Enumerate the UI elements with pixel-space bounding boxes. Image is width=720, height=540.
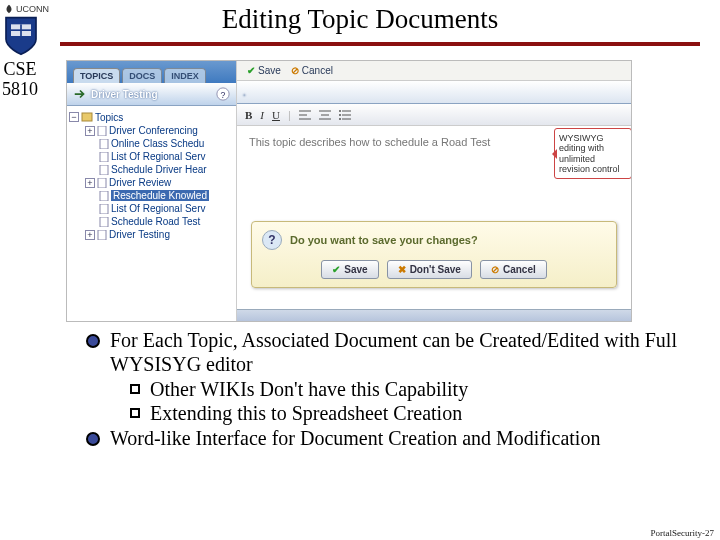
cancel-icon: ⊘ (291, 65, 299, 76)
tree-item[interactable]: +Driver Testing (69, 228, 234, 241)
editor-pane: ✔Save ⊘Cancel . B I U | This topic descr… (237, 61, 631, 321)
svg-rect-10 (98, 178, 106, 188)
tree-item[interactable]: +Driver Review (69, 176, 234, 189)
app-screenshot: TOPICS DOCS INDEX Driver Testing ? −Topi… (66, 60, 632, 322)
editor-body[interactable]: This topic describes how to schedule a R… (237, 126, 631, 321)
bullet-2-text: Word-like Interface for Document Creatio… (110, 426, 600, 450)
tree-root[interactable]: −Topics (69, 110, 234, 124)
bullet-mark-icon (86, 432, 100, 446)
bullet-1b-text: Extending this to Spreadsheet Creation (150, 401, 462, 425)
list-icon[interactable] (339, 109, 351, 121)
page-icon (99, 191, 109, 201)
page-icon (97, 230, 107, 240)
svg-rect-13 (100, 217, 108, 227)
svg-rect-14 (98, 230, 106, 240)
tree-item[interactable]: Schedule Driver Hear (69, 163, 234, 176)
bullet-1a: Other WIKIs Don't have this Capability (130, 377, 700, 401)
page-title: Editing Topic Documents (0, 4, 720, 35)
course-line2: 5810 (2, 80, 38, 100)
page-icon (99, 152, 109, 162)
expand-icon[interactable]: + (85, 178, 95, 188)
svg-text:?: ? (221, 90, 226, 100)
slide-footer: PortalSecurity-27 (651, 528, 715, 538)
divider: | (288, 109, 291, 121)
bullet-1: For Each Topic, Associated Document can … (86, 328, 700, 377)
tree-item[interactable]: Schedule Road Test (69, 215, 234, 228)
align-left-icon[interactable] (299, 109, 311, 121)
course-line1: CSE (2, 60, 38, 80)
bullet-2: Word-like Interface for Document Creatio… (86, 426, 700, 450)
svg-rect-7 (100, 139, 108, 149)
page-icon (97, 126, 107, 136)
bold-button[interactable]: B (245, 109, 252, 121)
book-icon (81, 111, 93, 123)
dialog-dont-save-button[interactable]: ✖Don't Save (387, 260, 472, 279)
help-icon[interactable]: ? (216, 87, 230, 101)
title-rule (60, 42, 700, 46)
tree-item-selected[interactable]: Reschedule Knowled (69, 189, 234, 202)
page-icon (99, 139, 109, 149)
svg-rect-6 (98, 126, 106, 136)
svg-point-16 (339, 114, 341, 116)
svg-point-15 (339, 110, 341, 112)
tree-item[interactable]: Online Class Schedu (69, 137, 234, 150)
tab-topics[interactable]: TOPICS (73, 68, 120, 83)
dialog-cancel-button[interactable]: ⊘Cancel (480, 260, 547, 279)
check-icon: ✔ (332, 264, 340, 275)
save-dialog-backdrop: ? Do you want to save your changes? ✔Sav… (237, 215, 631, 307)
tree-item[interactable]: List Of Regional Serv (69, 202, 234, 215)
save-dialog: ? Do you want to save your changes? ✔Sav… (251, 221, 617, 288)
subbullet-mark-icon (130, 384, 140, 394)
slide: UCONN Editing Topic Documents CSE 5810 T… (0, 0, 720, 540)
italic-button[interactable]: I (260, 109, 264, 121)
doc-text: This topic describes how to schedule a R… (249, 136, 490, 148)
underline-button[interactable]: U (272, 109, 280, 121)
save-button[interactable]: ✔Save (247, 65, 281, 76)
dialog-message: Do you want to save your changes? (290, 234, 478, 246)
page-icon (99, 165, 109, 175)
svg-rect-11 (100, 191, 108, 201)
cancel-icon: ⊘ (491, 264, 499, 275)
bullet-1-text: For Each Topic, Associated Document can … (110, 328, 700, 377)
check-icon: ✔ (247, 65, 255, 76)
tree-root-label: Topics (95, 112, 123, 123)
tree-item[interactable]: List Of Regional Serv (69, 150, 234, 163)
slide-content: For Each Topic, Associated Document can … (86, 328, 700, 450)
bullet-1b: Extending this to Spreadsheet Creation (130, 401, 700, 425)
tab-bar: TOPICS DOCS INDEX (67, 61, 236, 83)
page-icon (97, 178, 107, 188)
callout-note: WYSIWYG editing with unlimited revision … (554, 128, 632, 179)
tab-docs[interactable]: DOCS (122, 68, 162, 83)
expand-icon[interactable]: + (85, 230, 95, 240)
svg-rect-9 (100, 165, 108, 175)
tree-title: Driver Testing (91, 89, 212, 100)
svg-rect-8 (100, 152, 108, 162)
svg-rect-12 (100, 204, 108, 214)
x-icon: ✖ (398, 264, 406, 275)
bullet-1a-text: Other WIKIs Don't have this Capability (150, 377, 468, 401)
align-center-icon[interactable] (319, 109, 331, 121)
sidebar: TOPICS DOCS INDEX Driver Testing ? −Topi… (67, 61, 237, 321)
tab-index[interactable]: INDEX (164, 68, 206, 83)
tree-item[interactable]: +Driver Conferencing (69, 124, 234, 137)
topic-tree: −Topics +Driver Conferencing Online Clas… (67, 106, 236, 321)
page-icon (99, 217, 109, 227)
editor-toolbar: ✔Save ⊘Cancel (237, 61, 631, 81)
svg-rect-5 (82, 113, 92, 121)
course-code: CSE 5810 (2, 60, 38, 100)
editor-header: . (237, 81, 631, 104)
cancel-button[interactable]: ⊘Cancel (291, 65, 333, 76)
svg-point-17 (339, 118, 341, 120)
arrow-icon (73, 87, 87, 101)
expand-icon[interactable]: + (85, 126, 95, 136)
page-icon (99, 204, 109, 214)
editor-footer-strip (237, 309, 631, 321)
bullet-mark-icon (86, 334, 100, 348)
dialog-save-button[interactable]: ✔Save (321, 260, 378, 279)
collapse-icon[interactable]: − (69, 112, 79, 122)
format-bar: B I U | (237, 104, 631, 126)
tree-header: Driver Testing ? (67, 83, 236, 106)
question-icon: ? (262, 230, 282, 250)
subbullet-mark-icon (130, 408, 140, 418)
